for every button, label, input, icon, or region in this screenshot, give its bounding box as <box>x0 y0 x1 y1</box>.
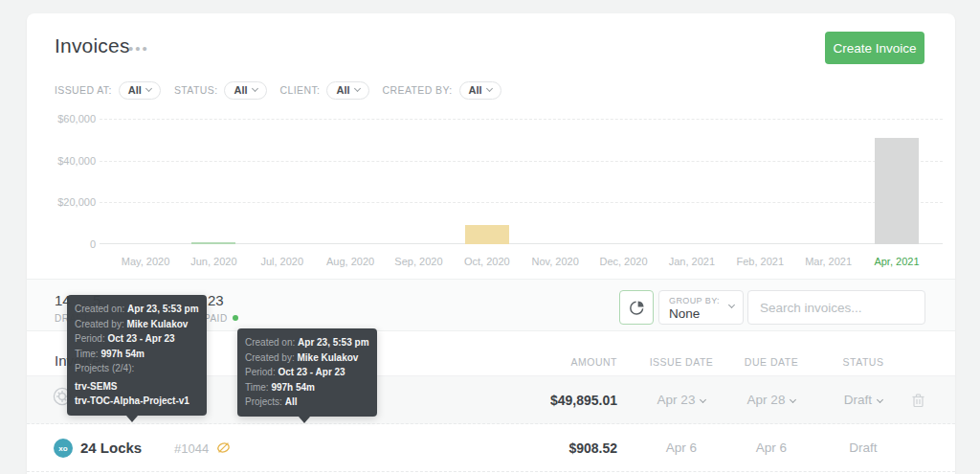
filter-bar: ISSUED AT: All STATUS: All CLIENT: All C… <box>55 80 515 100</box>
tooltip-line: Projects (2/4): <box>75 361 199 376</box>
x-axis-tick: Feb, 2021 <box>736 256 784 267</box>
stat-paid-value: 23 <box>208 292 224 308</box>
chevron-down-icon <box>877 396 883 403</box>
filter-label-created-by: CREATED BY: <box>383 84 453 96</box>
chevron-down-icon <box>145 85 152 92</box>
filter-pill-status[interactable]: All <box>224 81 266 100</box>
delete-invoice-icon[interactable] <box>912 393 924 408</box>
tooltip-line: Created on: Apr 23, 5:53 pm <box>75 302 199 317</box>
invoice-tooltip: Created on: Apr 23, 5:53 pmCreated by: M… <box>67 295 207 416</box>
table-row[interactable]: xo 24 Locks #1044 $908.52 Apr 6 Apr 6 Dr… <box>27 424 955 472</box>
x-axis-tick: Dec, 2020 <box>599 256 647 267</box>
filter-label-status: STATUS: <box>174 84 218 96</box>
filter-label-client: CLIENT: <box>280 84 321 96</box>
chart-toggle-button[interactable] <box>619 290 654 325</box>
uninvoiced-time-icon <box>216 440 231 455</box>
amount-cell: $49,895.01 <box>440 376 617 423</box>
chart-bars <box>0 119 980 244</box>
chevron-down-icon <box>486 85 493 92</box>
group-by-dropdown[interactable]: GROUP BY: None <box>658 290 744 325</box>
stat-paid-label: PAID <box>204 313 238 324</box>
x-axis-tick: Nov, 2020 <box>531 256 578 267</box>
x-axis-tick: May, 2020 <box>122 256 170 267</box>
group-by-value: None <box>669 306 735 321</box>
filter-pill-issued-at[interactable]: All <box>119 81 161 100</box>
column-header-status: STATUS <box>804 356 923 368</box>
create-invoice-button[interactable]: Create Invoice <box>825 32 924 64</box>
group-by-label: GROUP BY: <box>669 296 735 305</box>
status-cell: Draft <box>804 424 923 471</box>
client-avatar: xo <box>54 439 73 458</box>
status-cell[interactable]: Draft <box>804 376 923 423</box>
tooltip-line: Period: Oct 23 - Apr 23 <box>75 331 199 347</box>
tooltip-line: trv-TOC-Alpha-Project-v1 <box>75 394 199 409</box>
amount-cell: $908.52 <box>440 424 617 471</box>
x-axis-tick: Sep, 2020 <box>394 256 442 267</box>
chevron-down-icon <box>700 396 706 403</box>
chart-bar[interactable] <box>191 242 235 244</box>
tooltip-line: Created on: Apr 23, 5:53 pm <box>245 335 369 350</box>
chevron-down-icon <box>252 85 258 92</box>
x-axis-tick: Mar, 2021 <box>805 256 852 267</box>
invoice-number: #1044 <box>174 441 209 456</box>
tooltip-line: Created by: Mike Kulakov <box>75 317 199 332</box>
x-axis-tick: Jul, 2020 <box>260 256 303 267</box>
tooltip-line: Created by: Mike Kulakov <box>245 350 369 366</box>
pie-chart-icon <box>629 300 645 316</box>
more-options-icon[interactable]: ••• <box>128 40 149 56</box>
tooltip-line: Projects: All <box>245 395 369 410</box>
filter-label-issued-at: ISSUED AT: <box>55 84 112 96</box>
tooltip-line: Time: 997h 54m <box>245 380 369 395</box>
x-axis-tick: Jun, 2020 <box>190 256 236 267</box>
filter-pill-created-by[interactable]: All <box>459 81 501 100</box>
chart-bar[interactable] <box>875 138 919 244</box>
chart-bar[interactable] <box>465 225 509 244</box>
x-axis-tick: Apr, 2021 <box>874 256 919 267</box>
tooltip-line: trv-SEMS <box>75 379 199 395</box>
paid-status-dot <box>233 315 238 321</box>
chevron-down-icon <box>790 396 796 403</box>
chevron-down-icon <box>353 85 360 92</box>
invoice-tooltip: Created on: Apr 23, 5:53 pmCreated by: M… <box>237 328 377 417</box>
column-header-amount: AMOUNT <box>440 356 617 368</box>
filter-pill-client[interactable]: All <box>326 81 368 100</box>
invoice-name[interactable]: 24 Locks <box>80 440 142 456</box>
x-axis-tick: Aug, 2020 <box>326 256 374 267</box>
x-axis-tick: Jan, 2021 <box>669 256 715 267</box>
x-axis-tick: Oct, 2020 <box>464 256 510 267</box>
page-title: Invoices <box>55 34 130 57</box>
search-invoices-input[interactable] <box>747 290 925 325</box>
tooltip-arrow <box>126 416 138 422</box>
tooltip-line: Time: 997h 54m <box>75 347 199 362</box>
invoices-page: Invoices ••• Create Invoice ISSUED AT: A… <box>0 0 980 474</box>
tooltip-arrow <box>299 417 310 423</box>
tooltip-line: Period: Oct 23 - Apr 23 <box>245 365 369 380</box>
